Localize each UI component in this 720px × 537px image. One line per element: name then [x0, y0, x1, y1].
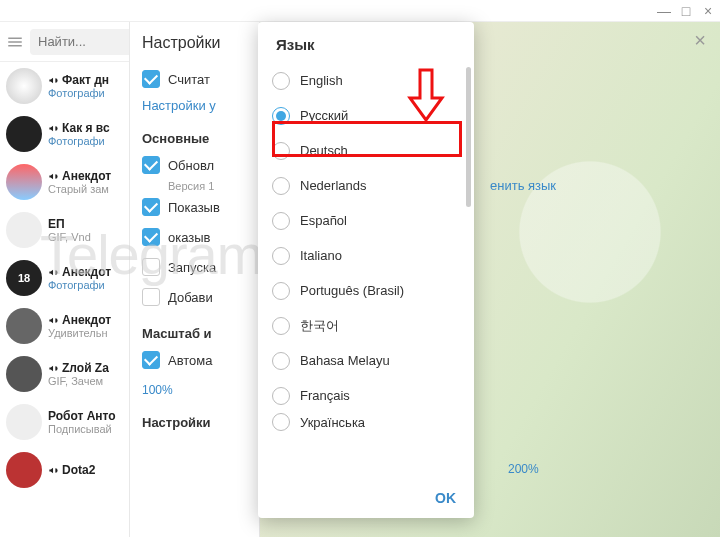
count-media-row[interactable]: Считат — [142, 64, 247, 94]
ok-button[interactable]: OK — [435, 490, 456, 506]
radio-icon[interactable] — [272, 212, 290, 230]
radio-icon[interactable] — [272, 413, 290, 431]
chat-item[interactable]: АнекдотУдивительн — [0, 302, 129, 350]
chat-item[interactable]: Робот АнтоПодписывай — [0, 398, 129, 446]
checkbox-checked-icon[interactable] — [142, 198, 160, 216]
checkbox-checked-icon[interactable] — [142, 156, 160, 174]
radio-icon[interactable] — [272, 72, 290, 90]
launch-row[interactable]: Запуска — [142, 252, 247, 282]
close-window-button[interactable]: × — [702, 5, 714, 17]
settings-panel: Настройки Считат Настройки у Основные Об… — [130, 22, 260, 537]
add-label: Добави — [168, 290, 213, 305]
chat-item[interactable]: Dota2 — [0, 446, 129, 494]
chat-list: Факт днФотографиКак я всФотографиАнекдот… — [0, 62, 129, 494]
update-label: Обновл — [168, 158, 214, 173]
language-option[interactable]: 한국어 — [272, 308, 460, 343]
launch-label: Запуска — [168, 260, 216, 275]
radio-icon[interactable] — [272, 247, 290, 265]
update-row[interactable]: Обновл — [142, 150, 247, 180]
chat-preview: Фотографи — [48, 135, 123, 147]
checkbox-unchecked-icon[interactable] — [142, 288, 160, 306]
radio-selected-icon[interactable] — [272, 107, 290, 125]
megaphone-icon — [48, 171, 59, 182]
chat-name: Анекдот — [48, 169, 123, 183]
language-option[interactable]: Español — [272, 203, 460, 238]
chat-item[interactable]: АнекдотСтарый зам — [0, 158, 129, 206]
background-flower — [500, 142, 680, 322]
language-option[interactable]: Nederlands — [272, 168, 460, 203]
chat-item[interactable]: Zлой ZaGIF, Зачем — [0, 350, 129, 398]
megaphone-icon — [48, 267, 59, 278]
megaphone-icon — [48, 315, 59, 326]
add-row[interactable]: Добави — [142, 282, 247, 312]
show1-label: Показыв — [168, 200, 220, 215]
show2-label: оказыв — [168, 230, 211, 245]
chat-name: Факт дн — [48, 73, 123, 87]
checkbox-checked-icon[interactable] — [142, 228, 160, 246]
scrollbar-thumb[interactable] — [466, 67, 471, 207]
auto-scale-row[interactable]: Автома — [142, 345, 247, 375]
settings-title: Настройки — [130, 22, 259, 64]
chat-preview: GIF, Vnd — [48, 231, 123, 243]
chat-item[interactable]: 18АнекдотФотографи — [0, 254, 129, 302]
language-option[interactable]: Italiano — [272, 238, 460, 273]
language-option[interactable]: Українська — [272, 413, 460, 431]
language-option[interactable]: Português (Brasil) — [272, 273, 460, 308]
show1-row[interactable]: Показыв — [142, 192, 247, 222]
megaphone-icon — [48, 465, 59, 476]
language-option[interactable]: Bahasa Melayu — [272, 343, 460, 378]
annotation-arrow-icon — [400, 68, 450, 122]
chat-item[interactable]: Факт днФотографи — [0, 62, 129, 110]
maximize-button[interactable]: □ — [680, 5, 692, 17]
radio-icon[interactable] — [272, 352, 290, 370]
avatar — [6, 308, 42, 344]
avatar — [6, 404, 42, 440]
language-label: Русский — [300, 108, 348, 123]
notification-settings-link[interactable]: Настройки у — [142, 94, 247, 117]
search-input[interactable] — [30, 29, 130, 55]
zoom-200[interactable]: 200% — [508, 462, 539, 476]
radio-icon[interactable] — [272, 142, 290, 160]
language-label: Nederlands — [300, 178, 367, 193]
avatar: 18 — [6, 260, 42, 296]
language-label: Français — [300, 388, 350, 403]
language-option[interactable]: Français — [272, 378, 460, 413]
section-scale: Масштаб и — [142, 312, 247, 345]
zoom-100[interactable]: 100% — [142, 383, 173, 397]
avatar — [6, 356, 42, 392]
language-label: Português (Brasil) — [300, 283, 404, 298]
language-list: EnglishРусскийDeutschNederlandsEspañolIt… — [258, 63, 474, 478]
hamburger-icon — [6, 33, 24, 51]
show2-row[interactable]: оказыв — [142, 222, 247, 252]
avatar — [6, 164, 42, 200]
checkbox-unchecked-icon[interactable] — [142, 258, 160, 276]
checkbox-checked-icon[interactable] — [142, 70, 160, 88]
language-dialog-title: Язык — [258, 22, 474, 63]
chat-name: Анекдот — [48, 313, 123, 327]
radio-icon[interactable] — [272, 317, 290, 335]
avatar — [6, 68, 42, 104]
chat-item[interactable]: ЕПGIF, Vnd — [0, 206, 129, 254]
section-main: Основные — [142, 117, 247, 150]
language-option[interactable]: Deutsch — [272, 133, 460, 168]
version-label: Версия 1 — [142, 180, 247, 192]
radio-icon[interactable] — [272, 387, 290, 405]
chat-item[interactable]: Как я всФотографи — [0, 110, 129, 158]
chat-name: Dota2 — [48, 463, 123, 477]
radio-icon[interactable] — [272, 177, 290, 195]
checkbox-checked-icon[interactable] — [142, 351, 160, 369]
chat-name: Анекдот — [48, 265, 123, 279]
megaphone-icon — [48, 75, 59, 86]
avatar — [6, 116, 42, 152]
change-language-link[interactable]: енить язык — [490, 178, 556, 193]
megaphone-icon — [48, 363, 59, 374]
chat-preview: Фотографи — [48, 279, 123, 291]
section-notif2: Настройки — [142, 397, 247, 434]
chat-preview: Подписывай — [48, 423, 123, 435]
radio-icon[interactable] — [272, 282, 290, 300]
settings-close-button[interactable]: × — [688, 28, 712, 52]
chat-preview: GIF, Зачем — [48, 375, 123, 387]
chat-name: Zлой Za — [48, 361, 123, 375]
menu-button[interactable] — [6, 29, 24, 55]
minimize-button[interactable]: — — [658, 5, 670, 17]
